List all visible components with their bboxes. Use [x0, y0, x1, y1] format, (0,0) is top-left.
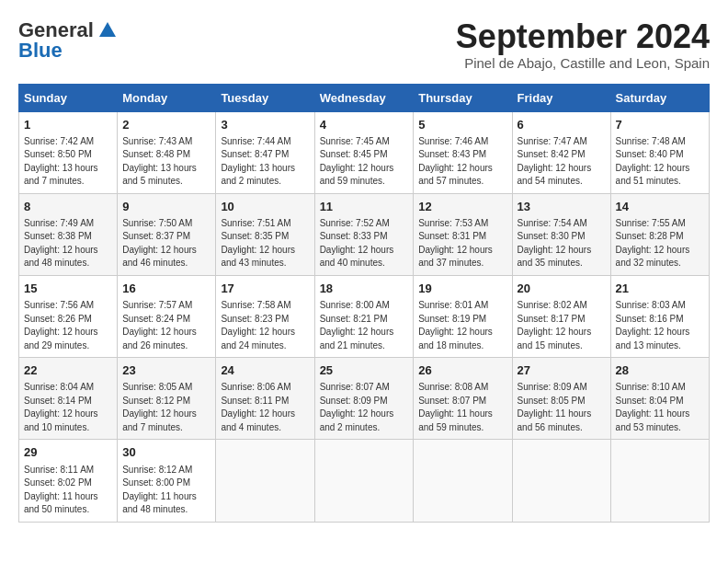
day-info: Sunrise: 7:48 AMSunset: 8:40 PMDaylight:…	[616, 135, 704, 189]
page-header: General Blue September 2024 Pinel de Aba…	[18, 18, 710, 71]
day-info: Sunrise: 7:54 AMSunset: 8:30 PMDaylight:…	[518, 217, 606, 270]
calendar-cell: 4Sunrise: 7:45 AMSunset: 8:45 PMDaylight…	[314, 111, 414, 193]
day-info: Sunrise: 8:09 AMSunset: 8:05 PMDaylight:…	[518, 381, 606, 434]
day-number: 28	[616, 362, 704, 379]
day-number: 7	[616, 117, 704, 133]
calendar-cell: 11Sunrise: 7:52 AMSunset: 8:33 PMDayligh…	[314, 193, 414, 275]
day-info: Sunrise: 7:53 AMSunset: 8:31 PMDaylight:…	[418, 217, 506, 270]
day-number: 21	[616, 281, 704, 297]
day-info: Sunrise: 8:01 AMSunset: 8:19 PMDaylight:…	[418, 299, 506, 352]
calendar-cell: 3Sunrise: 7:44 AMSunset: 8:47 PMDaylight…	[216, 111, 314, 193]
day-number: 2	[122, 117, 210, 133]
day-info: Sunrise: 7:44 AMSunset: 8:47 PMDaylight:…	[221, 135, 309, 189]
day-number: 6	[518, 117, 606, 133]
weekday-friday: Friday	[512, 84, 610, 111]
calendar-cell: 18Sunrise: 8:00 AMSunset: 8:21 PMDayligh…	[314, 275, 414, 357]
calendar-cell: 21Sunrise: 8:03 AMSunset: 8:16 PMDayligh…	[610, 275, 709, 357]
calendar-cell	[414, 440, 512, 522]
calendar-cell: 26Sunrise: 8:08 AMSunset: 8:07 PMDayligh…	[414, 358, 512, 440]
weekday-saturday: Saturday	[610, 84, 709, 111]
day-info: Sunrise: 7:58 AMSunset: 8:23 PMDaylight:…	[221, 299, 309, 352]
day-info: Sunrise: 7:56 AMSunset: 8:26 PMDaylight:…	[24, 299, 112, 352]
calendar-cell: 16Sunrise: 7:57 AMSunset: 8:24 PMDayligh…	[118, 275, 216, 357]
calendar-week-3: 15Sunrise: 7:56 AMSunset: 8:26 PMDayligh…	[19, 275, 710, 357]
day-number: 5	[418, 117, 506, 133]
calendar-cell: 1Sunrise: 7:42 AMSunset: 8:50 PMDaylight…	[19, 111, 118, 193]
weekday-thursday: Thursday	[414, 84, 512, 111]
calendar-cell: 5Sunrise: 7:46 AMSunset: 8:43 PMDaylight…	[414, 111, 512, 193]
day-info: Sunrise: 7:57 AMSunset: 8:24 PMDaylight:…	[122, 299, 210, 352]
day-number: 13	[518, 199, 606, 215]
day-number: 24	[221, 362, 309, 379]
calendar-cell	[314, 440, 414, 522]
calendar-week-1: 1Sunrise: 7:42 AMSunset: 8:50 PMDaylight…	[19, 111, 710, 193]
day-number: 9	[122, 199, 210, 215]
calendar-week-2: 8Sunrise: 7:49 AMSunset: 8:38 PMDaylight…	[19, 193, 710, 275]
day-info: Sunrise: 7:52 AMSunset: 8:33 PMDaylight:…	[320, 217, 409, 270]
day-info: Sunrise: 8:05 AMSunset: 8:12 PMDaylight:…	[122, 381, 210, 434]
day-number: 23	[122, 362, 210, 379]
day-info: Sunrise: 8:03 AMSunset: 8:16 PMDaylight:…	[616, 299, 704, 352]
calendar-cell: 19Sunrise: 8:01 AMSunset: 8:19 PMDayligh…	[414, 275, 512, 357]
day-number: 11	[320, 199, 409, 215]
day-info: Sunrise: 8:12 AMSunset: 8:00 PMDaylight:…	[122, 464, 210, 517]
day-number: 20	[518, 281, 606, 297]
day-info: Sunrise: 7:45 AMSunset: 8:45 PMDaylight:…	[320, 135, 409, 189]
weekday-monday: Monday	[118, 84, 216, 111]
day-number: 12	[418, 199, 506, 215]
calendar-cell: 6Sunrise: 7:47 AMSunset: 8:42 PMDaylight…	[512, 111, 610, 193]
day-number: 26	[418, 362, 506, 379]
logo: General Blue	[18, 18, 118, 63]
month-title: September 2024	[456, 18, 710, 55]
day-number: 3	[221, 117, 309, 133]
day-info: Sunrise: 8:07 AMSunset: 8:09 PMDaylight:…	[320, 381, 409, 434]
day-info: Sunrise: 7:43 AMSunset: 8:48 PMDaylight:…	[122, 135, 210, 189]
calendar-cell: 9Sunrise: 7:50 AMSunset: 8:37 PMDaylight…	[118, 193, 216, 275]
calendar-table: SundayMondayTuesdayWednesdayThursdayFrid…	[18, 84, 710, 523]
weekday-sunday: Sunday	[19, 84, 118, 111]
day-info: Sunrise: 8:06 AMSunset: 8:11 PMDaylight:…	[221, 381, 309, 434]
day-info: Sunrise: 7:46 AMSunset: 8:43 PMDaylight:…	[418, 135, 506, 189]
calendar-cell: 17Sunrise: 7:58 AMSunset: 8:23 PMDayligh…	[216, 275, 314, 357]
calendar-cell: 10Sunrise: 7:51 AMSunset: 8:35 PMDayligh…	[216, 193, 314, 275]
weekday-wednesday: Wednesday	[314, 84, 414, 111]
calendar-cell: 28Sunrise: 8:10 AMSunset: 8:04 PMDayligh…	[610, 358, 709, 440]
day-info: Sunrise: 7:47 AMSunset: 8:42 PMDaylight:…	[518, 135, 606, 189]
calendar-cell: 30Sunrise: 8:12 AMSunset: 8:00 PMDayligh…	[118, 440, 216, 522]
day-number: 10	[221, 199, 309, 215]
calendar-cell: 14Sunrise: 7:55 AMSunset: 8:28 PMDayligh…	[610, 193, 709, 275]
day-number: 27	[518, 362, 606, 379]
calendar-week-5: 29Sunrise: 8:11 AMSunset: 8:02 PMDayligh…	[19, 440, 710, 522]
day-number: 8	[24, 199, 112, 215]
day-info: Sunrise: 7:42 AMSunset: 8:50 PMDaylight:…	[24, 135, 112, 189]
day-number: 4	[320, 117, 409, 133]
location-title: Pinel de Abajo, Castille and Leon, Spain	[456, 55, 710, 71]
calendar-cell: 20Sunrise: 8:02 AMSunset: 8:17 PMDayligh…	[512, 275, 610, 357]
calendar-cell: 7Sunrise: 7:48 AMSunset: 8:40 PMDaylight…	[610, 111, 709, 193]
day-info: Sunrise: 7:51 AMSunset: 8:35 PMDaylight:…	[221, 217, 309, 270]
day-number: 18	[320, 281, 409, 297]
day-number: 17	[221, 281, 309, 297]
day-number: 16	[122, 281, 210, 297]
logo-blue-text: Blue	[18, 39, 63, 63]
calendar-cell: 2Sunrise: 7:43 AMSunset: 8:48 PMDaylight…	[118, 111, 216, 193]
day-number: 29	[24, 444, 112, 461]
day-number: 25	[320, 362, 409, 379]
day-number: 14	[616, 199, 704, 215]
calendar-cell: 29Sunrise: 8:11 AMSunset: 8:02 PMDayligh…	[19, 440, 118, 522]
weekday-tuesday: Tuesday	[216, 84, 314, 111]
calendar-cell: 25Sunrise: 8:07 AMSunset: 8:09 PMDayligh…	[314, 358, 414, 440]
weekday-header-row: SundayMondayTuesdayWednesdayThursdayFrid…	[19, 84, 710, 111]
calendar-cell: 24Sunrise: 8:06 AMSunset: 8:11 PMDayligh…	[216, 358, 314, 440]
day-info: Sunrise: 8:04 AMSunset: 8:14 PMDaylight:…	[24, 381, 112, 434]
day-info: Sunrise: 7:49 AMSunset: 8:38 PMDaylight:…	[24, 217, 112, 270]
calendar-cell: 22Sunrise: 8:04 AMSunset: 8:14 PMDayligh…	[19, 358, 118, 440]
calendar-week-4: 22Sunrise: 8:04 AMSunset: 8:14 PMDayligh…	[19, 358, 710, 440]
svg-marker-0	[99, 22, 116, 37]
day-info: Sunrise: 7:50 AMSunset: 8:37 PMDaylight:…	[122, 217, 210, 270]
calendar-cell	[512, 440, 610, 522]
calendar-cell: 27Sunrise: 8:09 AMSunset: 8:05 PMDayligh…	[512, 358, 610, 440]
calendar-cell	[216, 440, 314, 522]
day-info: Sunrise: 8:02 AMSunset: 8:17 PMDaylight:…	[518, 299, 606, 352]
day-number: 19	[418, 281, 506, 297]
